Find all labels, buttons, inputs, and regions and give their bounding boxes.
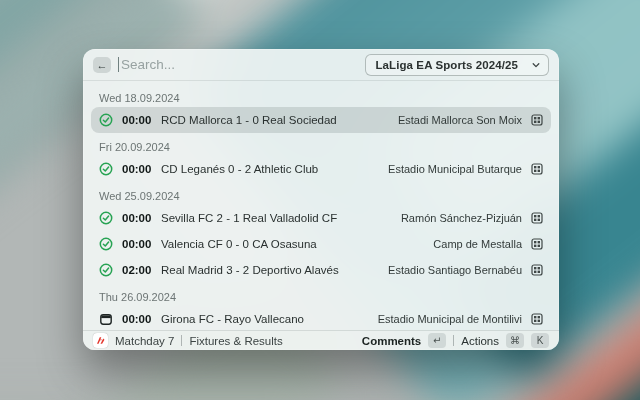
back-button[interactable]: ←: [93, 57, 111, 73]
footer-bar: Matchday 7 Fixtures & Results Comments ↵…: [83, 330, 559, 350]
stadium-grid-icon: [531, 114, 543, 126]
match-venue: Ramón Sánchez-Pizjuán: [401, 212, 522, 224]
date-section: Wed 18.09.2024 00:00 RCD Mallorca 1 - 0 …: [91, 89, 551, 133]
matchday-label: Matchday 7: [115, 335, 174, 347]
k-key-badge: K: [531, 333, 549, 348]
stadium-grid-icon: [531, 238, 543, 250]
calendar-icon: [99, 312, 113, 326]
command-palette-window: ← LaLiga EA Sports 2024/25 Wed 18.09.202…: [83, 49, 559, 350]
stadium-grid-icon: [531, 163, 543, 175]
chevron-down-icon: [532, 61, 540, 69]
match-row[interactable]: 00:00 Sevilla FC 2 - 1 Real Valladolid C…: [91, 205, 551, 231]
match-row[interactable]: 00:00 Girona FC - Rayo Vallecano Estadio…: [91, 306, 551, 330]
match-time: 00:00: [122, 114, 152, 126]
footer-divider: [453, 335, 454, 346]
played-check-icon: [99, 113, 113, 127]
section-rows: 00:00 RCD Mallorca 1 - 0 Real Sociedad E…: [91, 107, 551, 133]
match-title: RCD Mallorca 1 - 0 Real Sociedad: [161, 114, 389, 126]
section-date: Wed 25.09.2024: [91, 187, 551, 205]
match-row[interactable]: 02:00 Real Madrid 3 - 2 Deportivo Alavés…: [91, 257, 551, 283]
date-section: Thu 26.09.2024 00:00 Girona FC - Rayo Va…: [91, 288, 551, 330]
match-time: 00:00: [122, 313, 152, 325]
played-check-icon: [99, 237, 113, 251]
section-date: Fri 20.09.2024: [91, 138, 551, 156]
text-caret: [118, 57, 119, 72]
match-time: 00:00: [122, 238, 152, 250]
league-dropdown[interactable]: LaLiga EA Sports 2024/25: [365, 54, 549, 76]
footer-divider: [181, 335, 182, 346]
stadium-grid-icon: [531, 264, 543, 276]
match-row[interactable]: 00:00 RCD Mallorca 1 - 0 Real Sociedad E…: [91, 107, 551, 133]
section-date: Thu 26.09.2024: [91, 288, 551, 306]
view-title: Fixtures & Results: [189, 335, 282, 347]
laliga-logo-icon: [93, 333, 108, 348]
match-title: Real Madrid 3 - 2 Deportivo Alavés: [161, 264, 379, 276]
actions-button[interactable]: Actions: [461, 335, 499, 347]
section-date: Wed 18.09.2024: [91, 89, 551, 107]
match-venue: Estadio Santiago Bernabéu: [388, 264, 522, 276]
match-title: Sevilla FC 2 - 1 Real Valladolid CF: [161, 212, 392, 224]
match-title: CD Leganés 0 - 2 Athletic Club: [161, 163, 379, 175]
section-rows: 00:00 Sevilla FC 2 - 1 Real Valladolid C…: [91, 205, 551, 283]
match-title: Girona FC - Rayo Vallecano: [161, 313, 369, 325]
desktop: ← LaLiga EA Sports 2024/25 Wed 18.09.202…: [0, 0, 640, 400]
section-rows: 00:00 Girona FC - Rayo Vallecano Estadio…: [91, 306, 551, 330]
arrow-left-icon: ←: [97, 59, 108, 71]
match-title: Valencia CF 0 - 0 CA Osasuna: [161, 238, 424, 250]
match-venue: Estadio Municipal de Montilivi: [378, 313, 522, 325]
date-section: Wed 25.09.2024 00:00 Sevilla FC 2 - 1 Re…: [91, 187, 551, 283]
match-list: Wed 18.09.2024 00:00 RCD Mallorca 1 - 0 …: [83, 81, 559, 330]
cmd-key-badge: ⌘: [506, 333, 524, 348]
match-time: 00:00: [122, 212, 152, 224]
stadium-grid-icon: [531, 313, 543, 325]
enter-key-badge: ↵: [428, 333, 446, 348]
date-section: Fri 20.09.2024 00:00 CD Leganés 0 - 2 At…: [91, 138, 551, 182]
match-time: 00:00: [122, 163, 152, 175]
played-check-icon: [99, 162, 113, 176]
match-row[interactable]: 00:00 CD Leganés 0 - 2 Athletic Club Est…: [91, 156, 551, 182]
played-check-icon: [99, 211, 113, 225]
match-time: 02:00: [122, 264, 152, 276]
played-check-icon: [99, 263, 113, 277]
search-header: ← LaLiga EA Sports 2024/25: [83, 49, 559, 81]
league-dropdown-value: LaLiga EA Sports 2024/25: [375, 59, 518, 71]
comments-button[interactable]: Comments: [362, 335, 421, 347]
section-rows: 00:00 CD Leganés 0 - 2 Athletic Club Est…: [91, 156, 551, 182]
match-venue: Camp de Mestalla: [433, 238, 522, 250]
stadium-grid-icon: [531, 212, 543, 224]
match-row[interactable]: 00:00 Valencia CF 0 - 0 CA Osasuna Camp …: [91, 231, 551, 257]
search-input[interactable]: [121, 57, 365, 72]
match-venue: Estadio Municipal Butarque: [388, 163, 522, 175]
match-venue: Estadi Mallorca Son Moix: [398, 114, 522, 126]
